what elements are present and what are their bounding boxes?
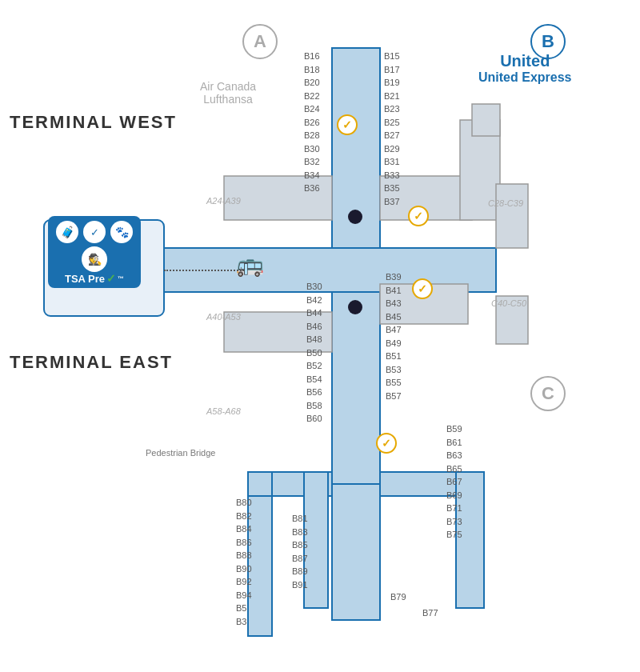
range-a24-a39: A24-A39 [206,196,241,206]
dotted-connector [164,270,244,271]
svg-rect-6 [472,104,500,136]
range-a40-a53: A40-A53 [206,312,241,322]
checkpoint-b39: ✓ [412,278,433,299]
luggage-icon: 🧳 [56,221,78,243]
gates-b59s: B59B61B63B65B67B69B71B73B75 [446,422,462,542]
terminal-east-label: TERMINAL EAST [10,352,173,373]
tsa-icons-row: 🧳 ✓ 🐾 [56,221,133,243]
gate-b79: B79 [390,590,406,604]
range-c40-c50: C40-C50 [491,298,526,308]
section-a-label: A [242,24,278,59]
svg-rect-12 [332,484,380,620]
terminal-west-label: TERMINAL WEST [10,112,177,133]
tsa-text: TSA Pre✓™ [65,272,124,285]
checkpoint-b34: ✓ [408,206,429,226]
gate-b77: B77 [422,606,438,620]
map-container: TERMINAL WEST TERMINAL EAST A B C Air Ca… [0,0,640,672]
gates-b80s-left: B80B82B84B86B88B90B92B94B5B3 [236,496,252,628]
airline-b-label: United United Express [478,52,571,85]
gates-lower-left: B30B42B44B46B48B50B52B54B56B58B60 [306,280,322,426]
checkpoint-b22: ✓ [337,114,358,135]
checkpoint-b58: ✓ [376,433,397,454]
agent-icon: 🕵️ [82,246,107,272]
range-a58-a68: A58-A68 [206,406,241,416]
node-lower [348,300,362,314]
svg-rect-18 [496,184,528,248]
gates-upper-right: B15B17B19B21B23B25B27B29B31B33B35B37 [384,50,400,208]
gates-upper-left: B16B18B20B22B24B26B28B30B32B34B36 [304,50,320,195]
airline-a-label: Air Canada Lufthansa [200,80,256,106]
range-c28-c39: C28-C39 [488,198,523,208]
gates-lower-right: B39B41B43B45B47B49B51B53B55B57 [386,270,402,402]
pedestrian-bridge-label: Pedestrian Bridge [146,448,215,458]
gates-b81s: B81B83B85B87B89B91 [292,512,308,591]
checkmark-icon: ✓ [83,221,106,243]
svg-rect-2 [332,292,380,484]
section-c-label: C [530,376,566,411]
node-upper [348,210,362,224]
tsa-pre-box: 🧳 ✓ 🐾 🕵️ TSA Pre✓™ [48,216,141,288]
paw-icon: 🐾 [110,221,133,243]
bus-icon: 🚌 [236,251,264,278]
